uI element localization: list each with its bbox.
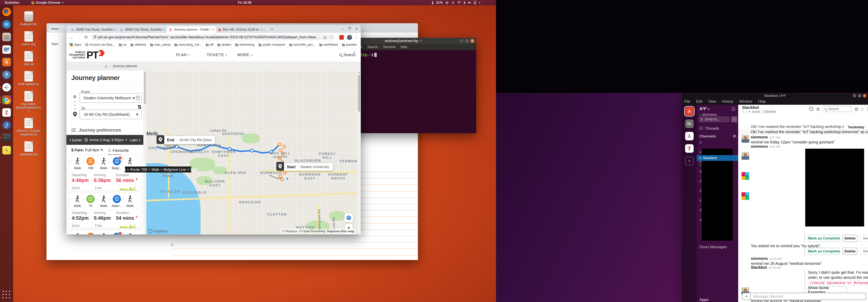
terminal-minimize-button[interactable]: – [460, 39, 463, 43]
add-workspace-button[interactable]: + [685, 157, 693, 165]
tab-close-icon[interactable]: × [261, 28, 263, 32]
more-options-icon[interactable]: ⋮ [865, 107, 868, 112]
terminal-menu-item[interactable]: Terminal [383, 45, 395, 49]
bookmark-item[interactable]: mac_setup [150, 43, 170, 47]
avatar[interactable] [742, 135, 749, 143]
terminal-menu-item[interactable]: Help [400, 45, 407, 49]
bookmark-item[interactable]: skillsets [130, 43, 146, 47]
bookmark-item[interactable]: workflows [319, 43, 338, 47]
open-journey-chevron[interactable]: › [136, 175, 138, 182]
clear-from-icon[interactable]: × [132, 96, 135, 100]
channels-header[interactable]: Channels [700, 134, 716, 138]
desktop-icon[interactable]: draft-update.txt [15, 71, 42, 86]
workspace-a2i2[interactable]: A [685, 107, 693, 115]
mentions-icon[interactable]: @ [855, 107, 859, 111]
journey-result-3[interactable]: ! ! [69, 230, 141, 234]
activities-button[interactable]: Activities [5, 0, 19, 5]
delete-button[interactable]: Delete [843, 235, 857, 242]
avatar-slackbot[interactable] [742, 172, 749, 180]
browser-tab[interactable]: G 28/60 City Road, Southba × [118, 26, 167, 33]
show-examples-button[interactable]: Show Some Examples [808, 287, 847, 294]
channel-hash[interactable]: # [700, 218, 702, 222]
bookmark-item[interactable]: scientific_pro... [289, 43, 315, 47]
fare-setting[interactable]: $ Fare: Full fare ✎ [71, 148, 103, 153]
clear-to-icon[interactable]: × [136, 112, 138, 117]
mark-as-complete-button[interactable]: Mark as Complete [808, 248, 840, 255]
bell-icon[interactable] [732, 107, 736, 111]
profile-avatar[interactable] [347, 35, 352, 40]
dock-thunderbird[interactable]: ✉ [2, 20, 11, 29]
bookmark-item[interactable]: Access via Dea... [85, 43, 115, 47]
journey-preferences-link[interactable]: Journey preferences [71, 127, 121, 133]
tab-close-icon[interactable]: × [212, 28, 214, 32]
workspace-name[interactable]: A²I² ˅ [700, 106, 710, 111]
message-input[interactable]: + Message Slackbot [742, 293, 866, 300]
ptv-logo[interactable]: PUBLICTRANSPORTVICTORIA PT [69, 49, 105, 61]
desktop-icon[interactable]: todo.txt [15, 51, 42, 66]
channel-hash[interactable]: # [700, 198, 702, 203]
window-close-button[interactable]: × [355, 27, 358, 31]
sidebar-threads[interactable]: Threads [705, 126, 719, 131]
chrome-window[interactable]: G 28/60 City Road, Southba × G 28/60 Cit… [66, 25, 361, 234]
panel-scrollbar[interactable] [143, 71, 146, 234]
bookmark-item[interactable]: pandoc [342, 43, 357, 47]
app-menu[interactable]: Google Chrome▼ [31, 0, 64, 5]
desktop-icon[interactable]: Rubbish Bin [15, 11, 42, 26]
snooze-dropdown[interactable]: Snooze˅ [860, 235, 868, 242]
edit-fare-icon[interactable]: ✎ [100, 148, 103, 152]
channel-hash[interactable]: # [700, 179, 702, 183]
open-journey-chevron[interactable]: › [136, 213, 138, 220]
history-back-button[interactable]: ‹ [731, 116, 737, 122]
back-button[interactable]: ← [69, 35, 73, 40]
slack-search-box[interactable]: Search [823, 106, 851, 112]
terminal-close-button[interactable]: × [470, 39, 474, 43]
delete-button[interactable]: Delete [843, 248, 857, 255]
channel-hash[interactable]: # [700, 189, 702, 193]
bookmarks-overflow-icon[interactable]: » [353, 50, 355, 54]
dock-libreoffice-writer[interactable] [2, 45, 11, 54]
slack-menu-item[interactable]: Window [739, 99, 752, 104]
dock-jabref[interactable]: J [2, 121, 11, 130]
attach-plus-button[interactable]: + [742, 293, 751, 300]
slack-menu-item[interactable]: Help [758, 99, 766, 104]
channel-hash[interactable]: # [700, 208, 702, 212]
window-minimize-button[interactable]: – [342, 27, 344, 31]
bookmark-item[interactable]: executing_not... [175, 43, 202, 47]
slack-menu-item[interactable]: View [708, 99, 716, 104]
date-divider[interactable]: Yesterday [844, 124, 868, 130]
dock-help[interactable]: ? [2, 70, 11, 79]
avatar[interactable] [742, 152, 749, 160]
star-icon[interactable]: ☆ [742, 110, 745, 113]
bookmark-item[interactable]: os [119, 43, 126, 47]
swap-direction-button[interactable]: ⇅ [137, 104, 142, 110]
bookmark-item[interactable]: afl [206, 43, 214, 47]
jump-to-search[interactable]: Jump to... [699, 116, 730, 122]
url-text[interactable]: ptv.vic.gov.au/journey/#/JourneyPlannerF… [98, 35, 321, 39]
start-pin-icon[interactable] [276, 162, 284, 171]
improve-map-link[interactable]: Improve this map [327, 229, 354, 233]
bookmark-item[interactable]: interesting [235, 43, 255, 47]
desktop-icon[interactable]: 2019-07-13-draft-response.txt [15, 118, 42, 136]
bookmark-star-icon[interactable]: ☆ [329, 35, 333, 39]
dock-terminal[interactable]: >_ [2, 133, 11, 142]
channel-hash[interactable]: # [700, 169, 702, 174]
from-input[interactable]: Deakin University Melbourne Campus (... … [80, 93, 142, 103]
page-scrollbar[interactable]: ▲ [358, 71, 361, 234]
slack-close-button[interactable]: × [863, 94, 866, 98]
osm-attribution-link[interactable]: © OpenStreetMap [299, 229, 326, 233]
earlier-button[interactable]: ‹ Earlier [69, 137, 82, 142]
forward-button[interactable]: → [77, 35, 81, 40]
dm-header[interactable]: Direct Messages [700, 245, 727, 249]
dock-firefox[interactable] [2, 7, 11, 16]
starred-items-icon[interactable]: ☆ [860, 107, 864, 112]
window-maximize-button[interactable]: ❐ [348, 27, 351, 31]
desktop-icon[interactable]: tmp-notes-physofnotations.txt [15, 91, 42, 113]
keyboard-icon[interactable] [136, 96, 140, 100]
extension-icon[interactable] [339, 35, 344, 40]
bookmark-item[interactable]: public transport [258, 43, 285, 47]
to-input[interactable]: 16-60 City Rd (Southbank) × [80, 109, 142, 119]
compass-button[interactable] [344, 213, 353, 222]
dock-slack[interactable] [2, 83, 11, 92]
avatar-slackbot[interactable] [742, 192, 749, 200]
home-icon[interactable]: ⌂ [105, 64, 107, 69]
